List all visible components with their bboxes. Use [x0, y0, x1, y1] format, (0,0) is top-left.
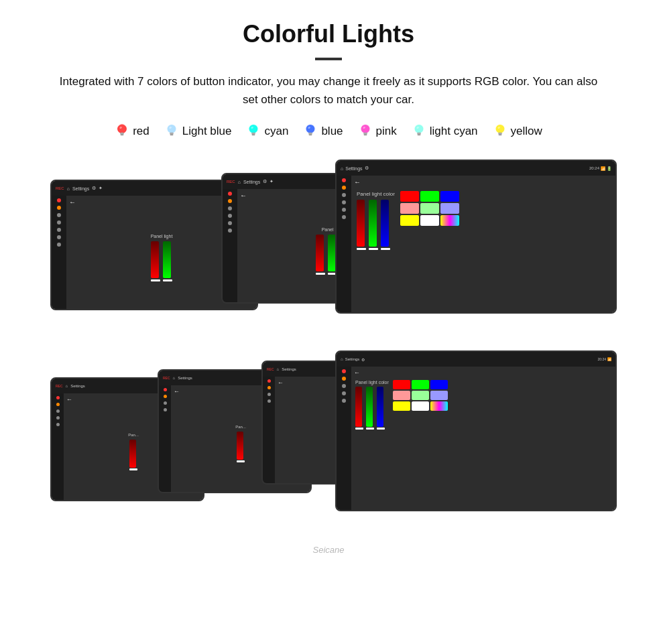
swatch-b4-pink[interactable] [393, 391, 410, 400]
home-b2: ⌂ [173, 376, 176, 380]
swatch-yellow[interactable] [400, 215, 419, 226]
swatch-b4-yellow[interactable] [393, 401, 410, 411]
color-swatches-3 [400, 191, 459, 226]
cyan-bulb-icon [246, 122, 261, 141]
swatch-rainbow[interactable] [440, 215, 459, 226]
sidebar-b3 [263, 377, 275, 483]
settings-icon-3: ⚙ [365, 166, 369, 171]
top-device-group: REC ⌂ Settings ⚙ ✦ [40, 159, 617, 337]
swatch-b4-red[interactable] [393, 380, 410, 389]
lightblue-bulb-icon [164, 122, 179, 141]
color-label-cyan: cyan [264, 125, 288, 138]
swatch-white[interactable] [420, 215, 439, 226]
svg-rect-29 [417, 135, 420, 135]
swatch-b4-lblue[interactable] [430, 391, 448, 400]
red-bulb-icon [115, 122, 129, 141]
back-b4: ← [354, 369, 360, 376]
rec-indicator-2: REC [227, 180, 235, 184]
swatch-green[interactable] [420, 191, 439, 202]
pink-bulb-icon [358, 122, 373, 141]
sidebar-dot-gray4 [57, 235, 61, 239]
color-item-red: red [115, 122, 150, 141]
home-icon-3: ⌂ [341, 166, 343, 171]
sliders-b4 [355, 387, 389, 430]
nav-b4: ← [354, 369, 613, 376]
slider-red-2 [316, 235, 325, 275]
home-b3: ⌂ [277, 367, 280, 371]
color-item-lightblue: Light blue [164, 122, 232, 141]
swatch-lightblue[interactable] [440, 203, 459, 214]
home-icon-2: ⌂ [238, 180, 241, 184]
color-label-yellow: yellow [511, 125, 542, 138]
bottom-device-group: REC ⌂ Settings ← [40, 350, 617, 538]
header: Colorful Lights Integrated with 7 colors… [27, 20, 630, 109]
swatch-b4-lgreen[interactable] [412, 391, 429, 400]
topbar-3: ⌂ Settings ⚙ 20:24 📶 🔋 [337, 161, 615, 176]
panel-label-b1: Pan... [128, 433, 139, 437]
page-title: Colorful Lights [27, 20, 630, 48]
watermark: Seicane [27, 545, 630, 555]
sidebar-dot-red [57, 198, 61, 202]
swatch-blue[interactable] [440, 191, 459, 202]
svg-rect-19 [309, 135, 312, 135]
panel-color-label-3: Panel light color [357, 191, 395, 197]
color-label-pink: pink [376, 125, 397, 138]
sidebar-dot-gray1 [57, 213, 61, 217]
sliders-3: Panel light color [357, 191, 395, 250]
slider-b3 [381, 200, 390, 250]
home-icon-1: ⌂ [67, 186, 70, 191]
back-b1: ← [66, 396, 72, 403]
rec-b3: REC [267, 367, 274, 371]
lightcyan-bulb-icon [412, 122, 426, 141]
nav-row-3: ← [354, 178, 613, 186]
swatches-b4-grid [393, 380, 448, 411]
back-b3: ← [278, 379, 284, 386]
swatch-b4-white[interactable] [412, 401, 429, 411]
svg-rect-33 [498, 133, 502, 135]
battery-icon: 🔋 [607, 166, 611, 171]
slider-g3 [369, 200, 378, 250]
device-screen-3: ⌂ Settings ⚙ 20:24 📶 🔋 [337, 161, 615, 312]
color-label-lightblue: Light blue [182, 125, 232, 138]
settings-b1: Settings [70, 384, 85, 388]
sidebar-dot-gray2 [57, 220, 61, 224]
swatch-red[interactable] [400, 191, 419, 202]
sidebar-2 [223, 189, 237, 302]
swatch-b4-blue[interactable] [430, 380, 448, 389]
device-content-b4: ← Panel light color [337, 367, 615, 510]
sidebar-1 [52, 196, 66, 309]
color-item-cyan: cyan [246, 122, 288, 141]
svg-rect-24 [363, 135, 367, 135]
sidebar-dot-orange [57, 206, 61, 210]
swatch-lightgreen[interactable] [420, 203, 439, 214]
swatch-b4-rainbow[interactable] [430, 401, 448, 411]
device-top-3: ⌂ Settings ⚙ 20:24 📶 🔋 [335, 159, 617, 314]
blue-bulb-icon [303, 122, 318, 141]
slider-green-1 [163, 241, 172, 281]
rec-indicator: REC [56, 186, 64, 190]
settings-icon-2: ⚙ [263, 179, 267, 184]
swatch-b4-green[interactable] [412, 380, 429, 389]
back-arrow-1: ← [69, 198, 76, 206]
settings-b4: Settings [345, 357, 360, 361]
panel-color-label-b4: Panel light color [355, 380, 389, 385]
sliders-b1 [129, 440, 137, 470]
home-b4: ⌂ [341, 357, 343, 361]
watermark-text: Seicane [313, 545, 345, 555]
color-item-yellow: yellow [493, 122, 542, 141]
wifi-icon-1: ✦ [99, 186, 103, 191]
panel-b4-content: Panel light color [354, 379, 613, 431]
settings-icon-1: ⚙ [92, 186, 96, 191]
sidebar-dot-gray5 [57, 243, 61, 247]
swatch-pink[interactable] [400, 203, 419, 214]
device-bottom-4: ⌂ Settings ⚙ 20:24 📶 [335, 350, 617, 511]
panel-label-1: Panel light [151, 234, 173, 239]
back-arrow-3: ← [354, 178, 361, 186]
main-3: ← Panel light color [351, 176, 615, 312]
sidebar-dot-gray3 [57, 228, 61, 232]
color-item-lightcyan: light cyan [412, 122, 478, 141]
svg-rect-14 [252, 135, 255, 135]
device-content-3: ← Panel light color [337, 176, 615, 312]
page-container: Colorful Lights Integrated with 7 colors… [0, 0, 657, 568]
svg-rect-3 [120, 133, 124, 135]
